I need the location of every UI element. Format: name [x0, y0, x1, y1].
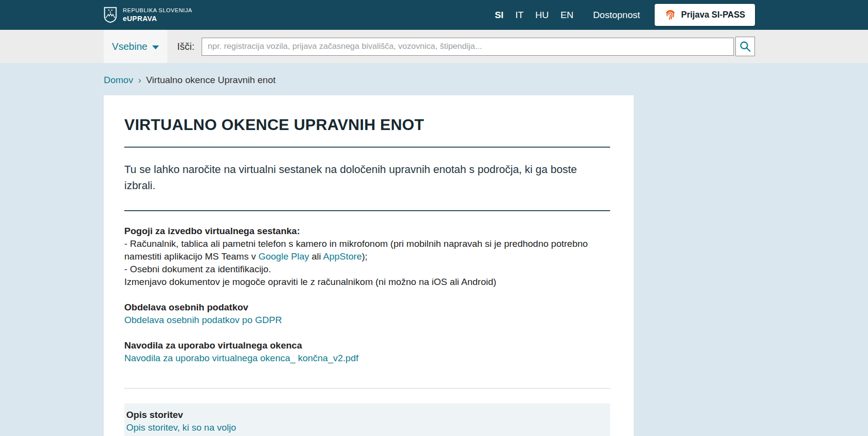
search-button[interactable]: [735, 37, 755, 56]
conditions-section: Pogoji za izvedbo virtualnega sestanka: …: [124, 225, 610, 288]
breadcrumb: Domov › Virtualno okence Upravnih enot: [104, 75, 755, 86]
sipass-login-label: Prijava SI-PASS: [681, 10, 745, 20]
services-section: Opis storitev Opis storitev, ki so na vo…: [124, 403, 610, 436]
page-title: VIRTUALNO OKENCE UPRAVNIH ENOT: [124, 116, 610, 134]
lead-paragraph: Tu se lahko naročite na virtualni sestan…: [124, 161, 610, 194]
conditions-heading: Pogoji za izvedbo virtualnega sestanka:: [124, 225, 610, 238]
services-heading: Opis storitev: [126, 409, 608, 421]
search-label: Išči:: [177, 41, 195, 52]
contents-dropdown-label: Vsebine: [112, 41, 147, 52]
gdpr-link[interactable]: Obdelava osebnih podatkov po GDPR: [124, 315, 282, 325]
sipass-login-button[interactable]: Prijava SI-PASS: [655, 4, 755, 26]
logo-republic-label: REPUBLIKA SLOVENIJA: [123, 7, 192, 14]
chevron-down-icon: [152, 45, 159, 49]
lang-en[interactable]: EN: [560, 10, 573, 20]
gdpr-heading: Obdelava osebnih podatkov: [124, 301, 610, 314]
divider-dark-lead: [124, 210, 610, 211]
instructions-section: Navodila za uporabo virtualnega okenca N…: [124, 339, 610, 365]
fingerprint-icon: [664, 9, 676, 21]
logo-brand-label: eUPRAVA: [123, 14, 192, 23]
search-icon: [739, 40, 752, 53]
google-play-link[interactable]: Google Play: [258, 251, 309, 262]
instructions-pdf-link[interactable]: Navodila za uporabo virtualnega okenca_ …: [124, 353, 359, 363]
conditions-line1-suffix: );: [362, 251, 367, 262]
content-card: VIRTUALNO OKENCE UPRAVNIH ENOT Tu se lah…: [104, 95, 634, 436]
contents-dropdown[interactable]: Vsebine: [104, 30, 167, 63]
header-nav: SI IT HU EN Dostopnost Prijava SI-PASS: [495, 4, 755, 26]
lang-hu[interactable]: HU: [535, 10, 548, 20]
divider-dark-top: [124, 147, 610, 148]
top-header: REPUBLIKA SLOVENIJA eUPRAVA SI IT HU EN …: [0, 0, 868, 30]
gdpr-section: Obdelava osebnih podatkov Obdelava osebn…: [124, 301, 610, 327]
accessibility-link[interactable]: Dostopnost: [593, 10, 640, 21]
euprava-logo[interactable]: REPUBLIKA SLOVENIJA eUPRAVA: [104, 7, 192, 23]
conditions-line-1: - Računalnik, tablica ali pametni telefo…: [124, 238, 610, 263]
search-input[interactable]: [202, 38, 734, 56]
lang-si[interactable]: SI: [495, 10, 503, 20]
conditions-line-2: - Osebni dokument za identifikacijo.: [124, 263, 610, 276]
logo-text: REPUBLIKA SLOVENIJA eUPRAVA: [123, 7, 192, 23]
breadcrumb-separator: ›: [138, 75, 141, 86]
search-band: Vsebine Išči:: [0, 30, 868, 63]
language-switcher: SI IT HU EN: [495, 10, 573, 21]
conditions-line-3: Izmenjavo dokumentov je mogoče opraviti …: [124, 276, 610, 288]
lang-it[interactable]: IT: [515, 10, 524, 20]
appstore-link[interactable]: AppStore: [323, 251, 362, 262]
services-link[interactable]: Opis storitev, ki so na voljo: [126, 422, 236, 433]
conditions-line1-mid: ali: [309, 251, 323, 262]
breadcrumb-current: Virtualno okence Upravnih enot: [146, 75, 276, 86]
breadcrumb-home-link[interactable]: Domov: [104, 75, 133, 86]
instructions-heading: Navodila za uporabo virtualnega okenca: [124, 339, 610, 352]
slovenia-coat-of-arms-icon: [104, 7, 117, 23]
divider-light: [124, 388, 610, 389]
